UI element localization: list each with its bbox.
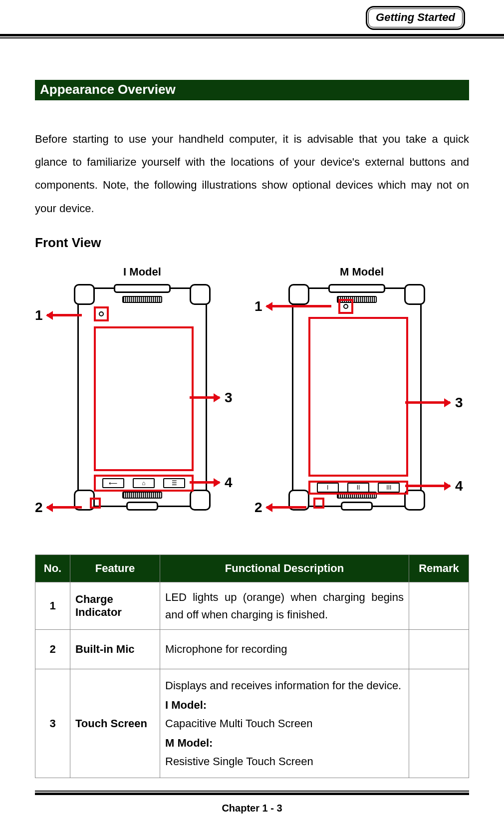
callout-box-mic xyxy=(90,498,101,509)
th-desc: Functional Description xyxy=(160,554,409,582)
footer-divider xyxy=(35,791,469,795)
device-outline: I II III xyxy=(292,287,422,507)
front-view-heading: Front View xyxy=(35,235,469,251)
table-row: 1 Charge Indicator LED lights up (orange… xyxy=(35,582,469,629)
nav-back-icon: ⟵ xyxy=(102,478,124,488)
nav-key-3: III xyxy=(378,483,400,493)
callout-box-touch-screen xyxy=(94,326,194,471)
callout-4: 4 xyxy=(190,475,233,491)
feature-table: No. Feature Functional Description Remar… xyxy=(35,554,469,778)
page-footer: Chapter 1 - 3 xyxy=(0,803,504,814)
nav-key-1: I xyxy=(317,483,339,493)
section-title: Appearance Overview xyxy=(35,80,469,100)
callout-box-charge-indicator xyxy=(338,299,353,314)
callout-3: 3 xyxy=(405,395,463,411)
callout-box-charge-indicator xyxy=(94,306,109,321)
header-divider xyxy=(0,34,504,38)
nav-home-icon: ⌂ xyxy=(133,478,155,488)
th-remark: Remark xyxy=(409,554,469,582)
callout-4: 4 xyxy=(405,478,463,494)
page-header-badge: Getting Started xyxy=(366,6,465,30)
diagram-i-model: I Model ⟵ ⌂ ☰ xyxy=(35,266,250,527)
intro-paragraph: Before starting to use your handheld com… xyxy=(35,128,469,220)
callout-box-touch-screen xyxy=(308,317,408,477)
table-row: 2 Built-in Mic Microphone for recording xyxy=(35,630,469,669)
page-header-badge-text: Getting Started xyxy=(368,8,463,27)
callout-box-mic xyxy=(313,498,324,509)
callout-2: 2 xyxy=(35,500,82,516)
callout-box-nav-bar: ⟵ ⌂ ☰ xyxy=(94,475,194,492)
table-row: 3 Touch Screen Displays and receives inf… xyxy=(35,669,469,778)
diagram-m-model-label: M Model xyxy=(254,266,469,278)
device-outline: ⟵ ⌂ ☰ xyxy=(77,287,207,507)
diagram-i-model-label: I Model xyxy=(35,266,250,278)
callout-1: 1 xyxy=(35,307,82,323)
callout-3: 3 xyxy=(190,390,233,406)
callout-2: 2 xyxy=(254,500,306,516)
diagrams-row: I Model ⟵ ⌂ ☰ xyxy=(35,266,469,527)
diagram-m-model: M Model I II III xyxy=(254,266,469,527)
th-feature: Feature xyxy=(70,554,160,582)
callout-box-nav-bar: I II III xyxy=(308,481,408,495)
nav-key-2: II xyxy=(347,483,369,493)
nav-menu-icon: ☰ xyxy=(163,478,185,488)
th-no: No. xyxy=(35,554,70,582)
callout-1: 1 xyxy=(254,298,331,314)
